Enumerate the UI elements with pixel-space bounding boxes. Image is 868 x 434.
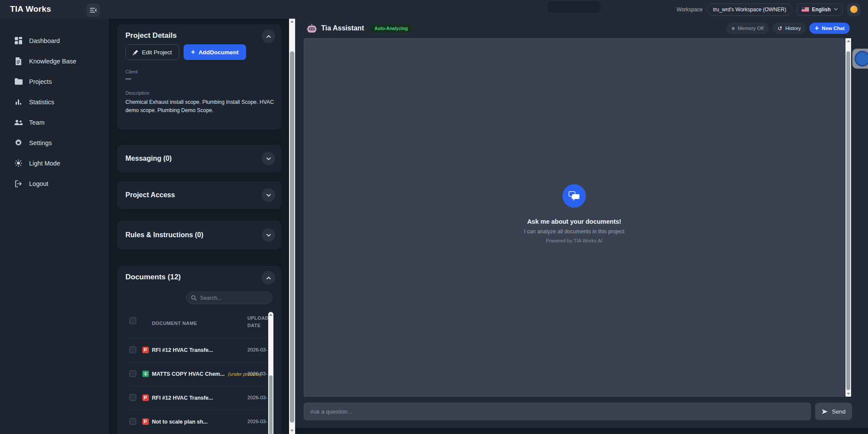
bar-chart-icon <box>14 98 23 106</box>
memory-icon <box>732 27 735 30</box>
collapse-documents-button[interactable] <box>262 271 275 285</box>
sidebar-item-label: Settings <box>29 139 52 146</box>
chat-scrollbar[interactable] <box>845 38 851 397</box>
collapse-project-details-button[interactable] <box>262 30 275 43</box>
pdf-file-icon <box>142 347 149 353</box>
assistant-panel: Tia Assistant Auto-Analyzing Memory Off … <box>295 19 868 428</box>
sidebar-nav: Dashboard Knowledge Base Projects Statis… <box>0 30 109 194</box>
document-name: MATTS COPY HVAC Chem...(under process) <box>152 371 261 377</box>
project-details-title: Project Details <box>125 31 177 40</box>
dashboard-icon <box>14 36 23 45</box>
memory-label: Memory Off <box>738 26 764 31</box>
document-name: RFI #12 HVAC Transfe... <box>152 395 217 401</box>
document-date: 2026-03- <box>247 347 268 352</box>
topbar: TIA Works Workspace tru_wrd's Workspace … <box>0 0 868 19</box>
sidebar-item-settings[interactable]: Settings <box>0 133 109 153</box>
floating-widget[interactable] <box>852 49 868 69</box>
description-label: Description <box>125 90 149 96</box>
scroll-up-arrow-icon[interactable] <box>290 20 294 23</box>
empty-state-title: Ask me about your documents! <box>483 218 665 225</box>
sidebar-item-logout[interactable]: Logout <box>0 173 109 194</box>
document-name: RFI #12 HVAC Transfe... <box>152 347 217 353</box>
chat-empty-state: Ask me about your documents! I can analy… <box>483 184 665 243</box>
new-chat-button[interactable]: + New Chat <box>809 23 850 34</box>
send-icon <box>822 409 828 414</box>
chat-bubbles-icon <box>569 191 580 201</box>
project-access-card: Project Access <box>117 181 281 209</box>
project-sidebar-column: Project Details Edit Project + AddDocume… <box>109 19 289 434</box>
sidebar-collapse-button[interactable] <box>86 3 100 17</box>
document-row[interactable]: RFI #12 HVAC Transfe... 2026-03- <box>117 386 268 410</box>
topbar-inactive-chip <box>548 1 601 13</box>
sun-icon <box>14 159 23 167</box>
chat-question-input[interactable] <box>304 403 811 420</box>
select-all-checkbox[interactable] <box>129 317 136 324</box>
send-button[interactable]: Send <box>815 403 852 420</box>
documents-title: Documents (12) <box>125 273 181 282</box>
us-flag-icon <box>802 7 809 12</box>
project-access-title: Project Access <box>125 191 175 199</box>
document-date: 2026-03- <box>247 395 268 400</box>
floating-widget-icon <box>855 51 868 66</box>
edit-project-label: Edit Project <box>142 49 172 56</box>
logout-icon <box>14 179 23 188</box>
row-checkbox[interactable] <box>129 346 136 353</box>
row-checkbox[interactable] <box>129 394 136 401</box>
auto-analyzing-badge: Auto-Analyzing <box>370 24 412 33</box>
chevron-up-icon <box>266 276 271 280</box>
add-document-button[interactable]: + AddDocument <box>184 44 246 60</box>
scroll-down-arrow-icon[interactable] <box>847 393 850 395</box>
history-label: History <box>785 26 801 31</box>
language-selector[interactable]: English <box>797 3 843 16</box>
documents-scrollbar[interactable] <box>268 312 273 434</box>
messaging-title: Messaging (0) <box>125 155 172 162</box>
client-label: Client <box>125 69 138 74</box>
sidebar-item-label: Light Mode <box>29 160 60 167</box>
assistant-header: Tia Assistant Auto-Analyzing Memory Off … <box>295 19 868 38</box>
sidebar-item-dashboard[interactable]: Dashboard <box>0 30 109 51</box>
language-name: English <box>812 7 831 13</box>
assistant-actions: Memory Off ↺ History + New Chat <box>727 23 850 34</box>
document-row[interactable]: RFI #12 HVAC Transfe... 2026-03- <box>117 338 268 362</box>
sidebar: Dashboard Knowledge Base Projects Statis… <box>0 19 109 434</box>
app-root: TIA Works Workspace tru_wrd's Workspace … <box>0 0 868 434</box>
gear-icon <box>14 139 23 147</box>
scroll-down-arrow-icon[interactable] <box>290 430 294 432</box>
workspace-selector[interactable]: tru_wrd's Workspace (OWNER) <box>707 3 792 16</box>
main-scrollbar[interactable] <box>289 19 295 434</box>
documents-scrollbar-thumb[interactable] <box>269 375 273 434</box>
scroll-up-arrow-icon[interactable] <box>269 314 273 316</box>
chat-message-area: Ask me about your documents! I can analy… <box>304 38 845 397</box>
add-document-label: AddDocument <box>198 49 238 56</box>
history-icon: ↺ <box>778 26 783 31</box>
column-header-document-name: DOCUMENT NAME <box>152 321 197 326</box>
sidebar-item-team[interactable]: Team <box>0 112 109 133</box>
description-text: Chemical Exhaust install scope. Plumbing… <box>125 98 277 115</box>
row-checkbox[interactable] <box>129 418 136 425</box>
column-header-uploaded-date: UPLOADED DATE <box>247 315 270 329</box>
documents-search-input[interactable] <box>200 295 270 301</box>
documents-search <box>186 292 273 304</box>
folder-icon <box>14 77 23 86</box>
collapse-sidebar-icon <box>90 7 97 13</box>
history-button[interactable]: ↺ History <box>773 23 806 34</box>
memory-toggle-button[interactable]: Memory Off <box>727 23 769 34</box>
sidebar-item-label: Projects <box>29 78 52 85</box>
chat-scrollbar-thumb[interactable] <box>846 51 850 390</box>
document-row[interactable]: MATTS COPY HVAC Chem...(under process) 2… <box>117 362 268 386</box>
expand-messaging-button[interactable] <box>262 152 275 166</box>
document-row[interactable]: Not to scale plan sh... 2026-03- <box>117 410 268 434</box>
topbar-right-cluster: Workspace tru_wrd's Workspace (OWNER) En… <box>677 0 860 19</box>
expand-project-access-button[interactable] <box>262 189 275 202</box>
sidebar-item-knowledge-base[interactable]: Knowledge Base <box>0 51 109 71</box>
main-scrollbar-thumb[interactable] <box>290 51 294 423</box>
sidebar-item-light-mode[interactable]: Light Mode <box>0 153 109 173</box>
user-avatar[interactable] <box>847 3 860 16</box>
row-checkbox[interactable] <box>129 370 136 377</box>
expand-rules-button[interactable] <box>262 229 275 242</box>
edit-project-button[interactable]: Edit Project <box>125 44 179 60</box>
sidebar-item-label: Team <box>29 119 44 126</box>
sidebar-item-projects[interactable]: Projects <box>0 71 109 92</box>
scroll-up-arrow-icon[interactable] <box>847 40 850 42</box>
sidebar-item-statistics[interactable]: Statistics <box>0 92 109 112</box>
